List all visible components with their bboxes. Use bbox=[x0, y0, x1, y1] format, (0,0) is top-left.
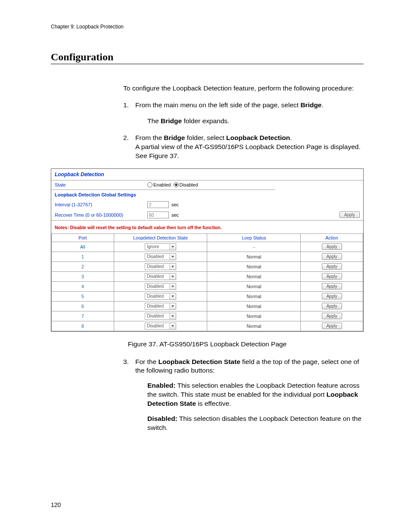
state-cell: Ignore bbox=[114, 242, 207, 252]
state-cell: Disabled bbox=[114, 281, 207, 291]
recover-unit: sec bbox=[171, 212, 179, 218]
row-apply-button[interactable]: Apply bbox=[322, 253, 342, 260]
row-apply-button[interactable]: Apply bbox=[322, 293, 342, 299]
state-cell: Disabled bbox=[114, 311, 207, 321]
port-cell: 2 bbox=[52, 261, 114, 271]
state-select[interactable]: Disabled bbox=[145, 253, 176, 260]
port-cell: 8 bbox=[52, 321, 114, 331]
state-cell: Disabled bbox=[114, 291, 207, 301]
action-cell: Apply bbox=[301, 281, 363, 291]
interval-unit: sec bbox=[171, 202, 179, 207]
row-apply-button[interactable]: Apply bbox=[322, 263, 342, 270]
chevron-down-icon bbox=[169, 244, 176, 250]
port-header: Port bbox=[52, 233, 114, 242]
port-cell: 3 bbox=[52, 271, 114, 281]
state-select[interactable]: Disabled bbox=[145, 303, 176, 310]
row-apply-button[interactable]: Apply bbox=[322, 243, 342, 250]
action-cell: Apply bbox=[301, 252, 363, 261]
chapter-header: Chapter 9: Loopback Protection bbox=[51, 24, 364, 30]
port-cell: 5 bbox=[52, 291, 114, 301]
disabled-label: Disabled bbox=[180, 182, 198, 187]
port-table: Port Loopdetect Detection State Loop Sta… bbox=[51, 233, 363, 331]
status-cell: Normal bbox=[207, 281, 301, 291]
state-cell: Disabled bbox=[114, 301, 207, 311]
status-cell: Normal bbox=[207, 311, 301, 321]
row-apply-button[interactable]: Apply bbox=[322, 283, 342, 289]
row-apply-button[interactable]: Apply bbox=[322, 313, 342, 319]
state-select[interactable]: Disabled bbox=[145, 293, 176, 300]
recover-input[interactable]: 60 bbox=[147, 212, 169, 218]
state-select[interactable]: Disabled bbox=[145, 273, 176, 280]
state-select[interactable]: Disabled bbox=[145, 263, 176, 270]
bridge-bold: Bridge bbox=[300, 101, 321, 109]
row-apply-button[interactable]: Apply bbox=[322, 273, 342, 280]
page-number: 120 bbox=[51, 501, 61, 508]
status-cell: Normal bbox=[207, 301, 301, 311]
state-header: Loopdetect Detection State bbox=[114, 233, 207, 242]
state-label: State bbox=[55, 182, 147, 187]
chevron-down-icon bbox=[169, 274, 176, 280]
chevron-down-icon bbox=[169, 254, 176, 260]
global-settings-label: Loopback Detection Global Settings bbox=[55, 192, 147, 197]
global-apply-button[interactable]: Apply bbox=[339, 212, 360, 218]
status-cell: Normal bbox=[207, 291, 301, 301]
state-select[interactable]: Disabled bbox=[145, 283, 176, 290]
action-cell: Apply bbox=[301, 311, 363, 321]
chevron-down-icon bbox=[169, 264, 176, 270]
row-apply-button[interactable]: Apply bbox=[322, 323, 342, 329]
state-cell: Disabled bbox=[114, 252, 207, 261]
state-select[interactable]: Ignore bbox=[145, 243, 176, 250]
table-row: 2DisabledNormalApply bbox=[52, 261, 363, 271]
port-cell: 4 bbox=[52, 281, 114, 291]
action-header: Action bbox=[301, 233, 363, 242]
table-row: 6DisabledNormalApply bbox=[52, 301, 363, 311]
port-cell: 6 bbox=[52, 301, 114, 311]
interval-input[interactable]: 2 bbox=[147, 201, 169, 208]
chevron-down-icon bbox=[169, 283, 176, 289]
state-cell: Disabled bbox=[114, 261, 207, 271]
step-number: 2. bbox=[123, 134, 129, 143]
state-select[interactable]: Disabled bbox=[145, 323, 176, 330]
table-row: 5DisabledNormalApply bbox=[52, 291, 363, 301]
status-cell: Normal bbox=[207, 321, 301, 331]
row-apply-button[interactable]: Apply bbox=[322, 303, 342, 309]
chevron-down-icon bbox=[169, 323, 176, 329]
table-row: 8DisabledNormalApply bbox=[52, 321, 363, 331]
table-row: AllIgnore-Apply bbox=[52, 242, 363, 252]
action-cell: Apply bbox=[301, 321, 363, 331]
action-cell: Apply bbox=[301, 242, 363, 252]
figure-title: Loopback Detection bbox=[51, 169, 363, 180]
state-select[interactable]: Disabled bbox=[145, 313, 176, 320]
step-number: 3. bbox=[123, 358, 129, 367]
section-title: Configuration bbox=[51, 51, 364, 64]
chevron-down-icon bbox=[169, 313, 176, 319]
table-row: 4DisabledNormalApply bbox=[52, 281, 363, 291]
port-cell: 1 bbox=[52, 252, 114, 261]
step-number: 1. bbox=[123, 101, 129, 110]
loopback-detection-figure: Loopback Detection State Enabled Disable… bbox=[51, 168, 364, 332]
enabled-label: Enabled bbox=[153, 182, 171, 187]
table-row: 7DisabledNormalApply bbox=[52, 311, 363, 321]
intro-text: To configure the Loopback Detection feat… bbox=[123, 84, 364, 93]
disable-note: Notes: Disable will reset the setting to… bbox=[51, 220, 363, 233]
action-cell: Apply bbox=[301, 291, 363, 301]
recover-label: Recover Time (0 or 60-1000000) bbox=[55, 212, 147, 218]
state-cell: Disabled bbox=[114, 321, 207, 331]
table-row: 1DisabledNormalApply bbox=[52, 252, 363, 261]
chevron-down-icon bbox=[169, 293, 176, 299]
enabled-radio[interactable] bbox=[147, 182, 153, 187]
status-cell: Normal bbox=[207, 252, 301, 261]
action-cell: Apply bbox=[301, 271, 363, 281]
step2-line2: A partial view of the AT-GS950/16PS Loop… bbox=[135, 143, 361, 159]
action-cell: Apply bbox=[301, 261, 363, 271]
table-row: 3DisabledNormalApply bbox=[52, 271, 363, 281]
action-cell: Apply bbox=[301, 301, 363, 311]
status-cell: Normal bbox=[207, 261, 301, 271]
port-cell: 7 bbox=[52, 311, 114, 321]
chevron-down-icon bbox=[169, 303, 176, 309]
status-cell: Normal bbox=[207, 271, 301, 281]
interval-label: Interval (1-32767) bbox=[55, 202, 147, 207]
figure-caption: Figure 37. AT-GS950/16PS Loopback Detect… bbox=[51, 340, 364, 348]
step1-text: From the main menu on the left side of t… bbox=[135, 101, 300, 109]
disabled-radio[interactable] bbox=[174, 182, 179, 187]
